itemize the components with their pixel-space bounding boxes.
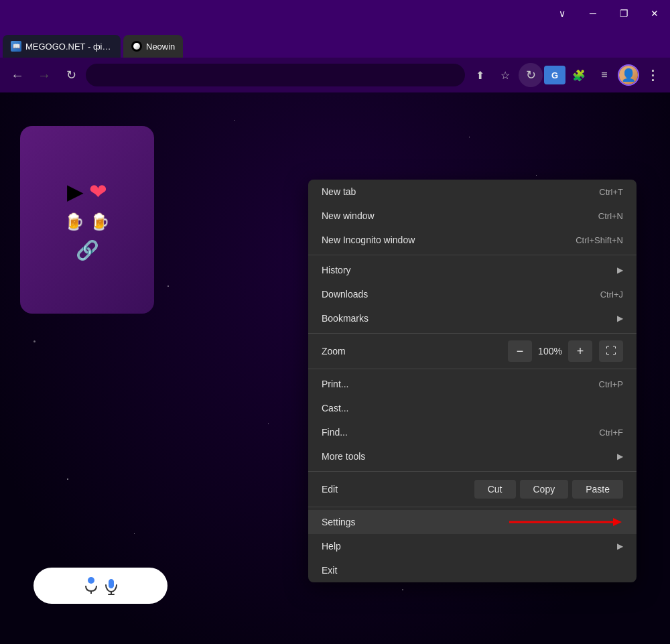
red-arrow-icon — [503, 515, 623, 529]
divider-2 — [308, 333, 636, 334]
content-card: ▶ ❤ 🍺 🍺 🔗 — [20, 126, 154, 314]
extensions-button[interactable]: 🧩 — [567, 63, 591, 87]
title-bar: ∨ ─ ❐ ✕ — [0, 0, 670, 27]
media-button[interactable]: ≡ — [592, 63, 616, 87]
edit-row: Edit Cut Copy Paste — [308, 474, 636, 504]
menu-item-new-tab-shortcut: Ctrl+T — [599, 187, 623, 197]
divider-1 — [308, 255, 636, 255]
menu-item-incognito-shortcut: Ctrl+Shift+N — [576, 235, 623, 245]
zoom-label: Zoom — [322, 346, 508, 357]
menu-item-new-window[interactable]: New window Ctrl+N — [308, 204, 636, 228]
menu-item-bookmarks[interactable]: Bookmarks ▶ — [308, 306, 636, 330]
history-arrow-icon: ▶ — [617, 265, 623, 275]
restore-icon: ❐ — [620, 8, 628, 19]
menu-item-find-shortcut: Ctrl+F — [599, 428, 623, 438]
zoom-minus-button[interactable]: − — [508, 340, 532, 362]
bookmark-button[interactable]: ☆ — [493, 63, 517, 87]
menu-item-new-tab-label: New tab — [322, 186, 356, 197]
megogo-favicon-icon: 📖 — [11, 41, 21, 52]
menu-item-exit-label: Exit — [322, 565, 337, 576]
minimize-icon: ∨ — [559, 8, 565, 19]
page-content: ▶ ❤ 🍺 🍺 🔗 New tab Ctrl+T — [0, 92, 670, 644]
menu-item-new-tab[interactable]: New tab Ctrl+T — [308, 180, 636, 204]
share-button[interactable]: ⬆ — [468, 63, 492, 87]
cut-button[interactable]: Cut — [474, 480, 516, 499]
address-bar[interactable] — [86, 64, 465, 86]
close-icon: ✕ — [651, 8, 659, 19]
fullscreen-button[interactable]: ⛶ — [599, 340, 623, 362]
menu-item-history[interactable]: History ▶ — [308, 258, 636, 282]
card-bottom-icons: 🍺 🍺 — [64, 212, 110, 231]
menu-item-more-tools[interactable]: More tools ▶ — [308, 444, 636, 468]
restore-button[interactable]: ❐ — [608, 0, 639, 27]
menu-item-print[interactable]: Print... Ctrl+P — [308, 372, 636, 396]
context-menu: New tab Ctrl+T New window Ctrl+N New Inc… — [308, 180, 636, 582]
back-button[interactable]: ← — [5, 63, 29, 87]
menu-item-downloads-label: Downloads — [322, 289, 368, 300]
divider-5 — [308, 507, 636, 507]
neowin-favicon-icon — [131, 41, 142, 52]
reload-button[interactable]: ↻ — [59, 63, 83, 87]
minimize-window-button[interactable]: ─ — [578, 0, 608, 27]
avatar-image: 👤 — [619, 66, 638, 84]
menu-item-print-label: Print... — [322, 379, 348, 389]
mic-icon — [80, 575, 102, 596]
menu-item-find[interactable]: Find... Ctrl+F — [308, 420, 636, 444]
tab-neowin-title: Neowin — [146, 42, 175, 52]
svg-marker-5 — [613, 518, 622, 526]
google-mic-icon — [102, 576, 121, 595]
card-share-icon: 🔗 — [76, 239, 99, 261]
tab-megogo[interactable]: 📖 MEGOGO.NET - філ... — [3, 35, 121, 58]
tab-bar: 📖 MEGOGO.NET - філ... Neowin — [0, 27, 670, 58]
more-tools-arrow-icon: ▶ — [617, 452, 623, 461]
menu-button[interactable]: ⋮ — [641, 63, 665, 87]
menu-item-find-label: Find... — [322, 427, 348, 438]
menu-item-settings[interactable]: Settings — [308, 510, 636, 534]
paste-button[interactable]: Paste — [572, 480, 623, 499]
zoom-controls: − 100% + ⛶ — [508, 340, 623, 362]
title-bar-controls: ∨ ─ ❐ ✕ — [547, 0, 670, 27]
menu-item-bookmarks-label: Bookmarks — [322, 313, 368, 324]
bookmarks-arrow-icon: ▶ — [617, 314, 623, 323]
edit-label: Edit — [322, 484, 470, 495]
toolbar: ← → ↻ ⬆ ☆ ↻ G 🧩 ≡ 👤 ⋮ — [0, 58, 670, 92]
divider-4 — [308, 471, 636, 472]
tab-neowin[interactable]: Neowin — [123, 35, 183, 58]
menu-item-help[interactable]: Help ▶ — [308, 534, 636, 558]
menu-item-settings-label: Settings — [322, 517, 356, 527]
menu-item-cast[interactable]: Cast... — [308, 396, 636, 420]
menu-item-new-window-shortcut: Ctrl+N — [598, 211, 623, 221]
svg-point-0 — [88, 577, 94, 584]
search-bar[interactable] — [34, 568, 168, 604]
menu-item-help-label: Help — [322, 541, 341, 552]
help-arrow-icon: ▶ — [617, 541, 623, 551]
minimize-button[interactable]: ∨ — [547, 0, 578, 27]
menu-item-more-tools-label: More tools — [322, 451, 365, 462]
reload-toolbar-button[interactable]: ↻ — [519, 63, 543, 87]
forward-button[interactable]: → — [32, 63, 56, 87]
zoom-value: 100% — [532, 346, 568, 357]
menu-item-cast-label: Cast... — [322, 403, 348, 413]
menu-item-downloads-shortcut: Ctrl+J — [600, 289, 623, 300]
profile-avatar[interactable]: 👤 — [618, 64, 639, 86]
menu-item-history-label: History — [322, 265, 351, 275]
menu-item-downloads[interactable]: Downloads Ctrl+J — [308, 282, 636, 306]
card-icons: ▶ ❤ — [67, 179, 107, 204]
menu-item-incognito[interactable]: New Incognito window Ctrl+Shift+N — [308, 228, 636, 252]
menu-item-incognito-label: New Incognito window — [322, 235, 415, 245]
translate-button[interactable]: G — [544, 66, 565, 84]
menu-item-exit[interactable]: Exit — [308, 558, 636, 582]
menu-item-new-window-label: New window — [322, 210, 375, 221]
toolbar-right: ⬆ ☆ ↻ G 🧩 ≡ 👤 ⋮ — [468, 63, 665, 87]
minimize-dash-icon: ─ — [590, 8, 596, 19]
zoom-plus-button[interactable]: + — [568, 340, 592, 362]
settings-arrow-annotation — [503, 515, 623, 529]
tab-megogo-title: MEGOGO.NET - філ... — [25, 42, 113, 52]
fullscreen-icon: ⛶ — [606, 345, 616, 357]
divider-3 — [308, 369, 636, 369]
menu-item-print-shortcut: Ctrl+P — [599, 379, 623, 389]
zoom-row: Zoom − 100% + ⛶ — [308, 336, 636, 366]
copy-button[interactable]: Copy — [520, 480, 569, 499]
close-button[interactable]: ✕ — [639, 0, 670, 27]
